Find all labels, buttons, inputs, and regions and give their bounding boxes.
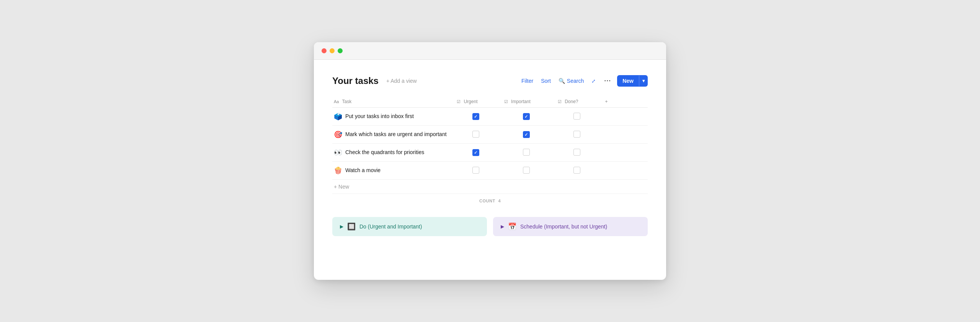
count-label: COUNT [479,199,495,203]
do-label: Do (Urgent and Important) [359,223,422,230]
do-expand-arrow: ▶ [340,224,343,229]
urgent-column-label: Urgent [464,99,477,104]
task-name: 🍿 Watch a movie [334,166,448,175]
search-label: Search [567,78,584,84]
task-name: 🗳️ Put your tasks into inbox first [334,112,448,121]
urgent-cell[interactable] [452,108,500,126]
task-text: Mark which tasks are urgent and importan… [345,131,447,138]
important-column-label: Important [511,99,531,104]
more-label: ··· [604,77,611,85]
column-header-done: ☑ Done? [553,96,601,108]
extra-cell [600,144,648,162]
done-checkbox[interactable] [573,113,580,120]
expand-icon: ⤢ [591,78,596,84]
table-row: 🎯 Mark which tasks are urgent and import… [332,126,648,144]
important-checkbox[interactable] [523,113,530,120]
important-checkbox[interactable] [523,131,530,138]
done-checkbox[interactable] [573,167,580,174]
important-cell[interactable] [500,162,553,180]
task-emoji: 🗳️ [334,112,342,121]
schedule-expand-arrow: ▶ [501,224,504,229]
done-cell[interactable] [553,162,601,180]
urgent-cell[interactable] [452,126,500,144]
page-header: Your tasks + Add a view Filter Sort 🔍 Se… [332,75,648,87]
sort-button[interactable]: Sort [539,76,553,85]
task-text: Watch a movie [345,167,381,174]
important-checkbox[interactable] [523,149,530,156]
urgent-checkbox[interactable] [472,113,479,120]
do-emoji: 🔲 [347,222,356,231]
done-cell[interactable] [553,126,601,144]
task-name: 🎯 Mark which tasks are urgent and import… [334,130,448,139]
quadrant-schedule[interactable]: ▶ 📅 Schedule (Important, but not Urgent) [493,217,648,236]
important-cell[interactable] [500,144,553,162]
task-table: Aa Task ☑ Urgent ☑ Important ☑ Done? [332,96,648,180]
schedule-label: Schedule (Important, but not Urgent) [520,223,607,230]
task-cell: 🎯 Mark which tasks are urgent and import… [332,126,452,144]
add-new-label: + New [334,184,349,190]
toolbar: Filter Sort 🔍 Search ⤢ ··· New ▾ [519,75,648,87]
important-cell[interactable] [500,108,553,126]
count-row: COUNT 4 [332,194,648,208]
done-cell[interactable] [553,108,601,126]
urgent-checkbox[interactable] [472,167,479,174]
count-value: 4 [498,199,501,203]
new-button[interactable]: New ▾ [617,75,648,87]
minimize-button[interactable] [330,48,335,53]
task-cell: 🗳️ Put your tasks into inbox first [332,108,452,126]
quadrants-section: ▶ 🔲 Do (Urgent and Important) ▶ 📅 Schedu… [332,217,648,236]
task-column-label: Task [342,99,352,104]
task-cell: 🍿 Watch a movie [332,162,452,180]
add-view-button[interactable]: + Add a view [383,76,420,85]
important-cell[interactable] [500,126,553,144]
quadrant-do[interactable]: ▶ 🔲 Do (Urgent and Important) [332,217,487,236]
important-column-icon: ☑ [504,99,508,104]
task-name: 👀 Check the quadrants for priorities [334,148,448,157]
new-button-chevron[interactable]: ▾ [639,76,648,86]
urgent-cell[interactable] [452,144,500,162]
title-bar [314,42,666,60]
done-checkbox[interactable] [573,131,580,138]
extra-cell [600,126,648,144]
done-column-icon: ☑ [558,99,562,104]
urgent-checkbox[interactable] [472,149,479,156]
maximize-button[interactable] [338,48,343,53]
task-text: Put your tasks into inbox first [345,113,414,120]
task-column-icon: Aa [334,99,339,104]
extra-cell [600,108,648,126]
add-view-label: + Add a view [386,78,417,84]
sort-label: Sort [541,78,551,84]
table-row: 👀 Check the quadrants for priorities [332,144,648,162]
done-column-label: Done? [565,99,578,104]
app-window: Your tasks + Add a view Filter Sort 🔍 Se… [314,42,666,280]
new-button-label: New [617,75,639,87]
important-checkbox[interactable] [523,167,530,174]
more-options-button[interactable]: ··· [601,76,614,87]
extra-cell [600,162,648,180]
add-new-row[interactable]: + New [332,180,648,194]
search-icon: 🔍 [559,78,565,84]
urgent-cell[interactable] [452,162,500,180]
done-cell[interactable] [553,144,601,162]
column-header-task: Aa Task [332,96,452,108]
filter-button[interactable]: Filter [519,76,536,85]
schedule-emoji: 📅 [508,222,516,231]
page-title: Your tasks [332,76,379,86]
task-cell: 👀 Check the quadrants for priorities [332,144,452,162]
page-title-area: Your tasks + Add a view [332,76,420,86]
task-emoji: 🎯 [334,130,342,139]
close-button[interactable] [322,48,327,53]
filter-label: Filter [521,78,533,84]
table-header-row: Aa Task ☑ Urgent ☑ Important ☑ Done? [332,96,648,108]
column-header-urgent: ☑ Urgent [452,96,500,108]
task-emoji: 🍿 [334,166,342,175]
column-header-important: ☑ Important [500,96,553,108]
done-checkbox[interactable] [573,149,580,156]
add-column-button[interactable]: + [600,96,648,108]
table-row: 🍿 Watch a movie [332,162,648,180]
main-content: Your tasks + Add a view Filter Sort 🔍 Se… [314,60,666,248]
expand-button[interactable]: ⤢ [589,77,598,85]
urgent-checkbox[interactable] [472,131,479,138]
task-emoji: 👀 [334,148,342,157]
search-button[interactable]: 🔍 Search [556,76,586,85]
